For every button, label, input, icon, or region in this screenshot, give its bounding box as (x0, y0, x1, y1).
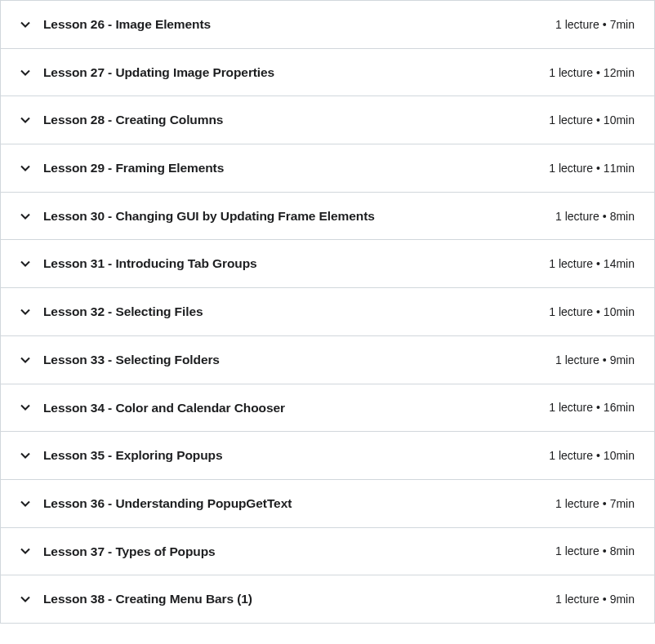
lesson-row[interactable]: Lesson 31 - Introducing Tab Groups1 lect… (0, 240, 655, 288)
lecture-count: 1 lecture (549, 305, 593, 318)
lesson-left: Lesson 31 - Introducing Tab Groups (20, 255, 536, 273)
lesson-row[interactable]: Lesson 27 - Updating Image Properties1 l… (0, 49, 655, 97)
lesson-meta: 1 lecture•12min (549, 66, 635, 79)
separator-dot: • (596, 66, 600, 79)
duration: 12min (604, 66, 635, 79)
lesson-meta: 1 lecture•16min (549, 401, 635, 414)
lesson-row[interactable]: Lesson 37 - Types of Popups1 lecture•8mi… (0, 528, 655, 576)
chevron-down-icon (20, 402, 30, 412)
lecture-count: 1 lecture (555, 497, 599, 510)
duration: 16min (604, 401, 635, 414)
lesson-row[interactable]: Lesson 36 - Understanding PopupGetText1 … (0, 480, 655, 528)
lecture-count: 1 lecture (555, 18, 599, 31)
separator-dot: • (596, 162, 600, 175)
lesson-left: Lesson 38 - Creating Menu Bars (1) (20, 590, 542, 608)
lecture-count: 1 lecture (549, 257, 593, 270)
lesson-row[interactable]: Lesson 35 - Exploring Popups1 lecture•10… (0, 432, 655, 480)
duration: 10min (604, 449, 635, 462)
lesson-meta: 1 lecture•14min (549, 257, 635, 270)
lesson-left: Lesson 36 - Understanding PopupGetText (20, 495, 542, 513)
lesson-title: Lesson 29 - Framing Elements (43, 159, 224, 177)
duration: 8min (610, 544, 635, 557)
lecture-count: 1 lecture (549, 66, 593, 79)
chevron-down-icon (20, 499, 30, 509)
lesson-left: Lesson 37 - Types of Popups (20, 543, 542, 561)
separator-dot: • (603, 210, 607, 223)
separator-dot: • (596, 401, 600, 414)
lecture-count: 1 lecture (549, 113, 593, 127)
duration: 11min (604, 162, 635, 175)
separator-dot: • (603, 593, 607, 606)
chevron-down-icon (20, 115, 30, 125)
lecture-count: 1 lecture (549, 449, 593, 462)
lesson-meta: 1 lecture•10min (549, 449, 635, 462)
separator-dot: • (603, 18, 607, 31)
chevron-down-icon (20, 594, 30, 604)
duration: 10min (604, 113, 635, 127)
lesson-row[interactable]: Lesson 28 - Creating Columns1 lecture•10… (0, 96, 655, 144)
lesson-left: Lesson 26 - Image Elements (20, 16, 542, 33)
lecture-count: 1 lecture (555, 353, 599, 366)
lecture-count: 1 lecture (555, 593, 599, 606)
separator-dot: • (603, 353, 607, 366)
duration: 14min (604, 257, 635, 270)
separator-dot: • (596, 305, 600, 318)
duration: 7min (610, 497, 635, 510)
duration: 9min (610, 353, 635, 366)
lesson-title: Lesson 38 - Creating Menu Bars (1) (43, 590, 252, 608)
duration: 8min (610, 210, 635, 223)
lesson-meta: 1 lecture•9min (555, 353, 635, 366)
lesson-meta: 1 lecture•10min (549, 305, 635, 318)
separator-dot: • (603, 544, 607, 557)
lesson-title: Lesson 31 - Introducing Tab Groups (43, 255, 257, 273)
lesson-title: Lesson 32 - Selecting Files (43, 303, 203, 321)
lesson-row[interactable]: Lesson 32 - Selecting Files1 lecture•10m… (0, 288, 655, 336)
lesson-left: Lesson 33 - Selecting Folders (20, 351, 542, 369)
lecture-count: 1 lecture (555, 210, 599, 223)
lesson-left: Lesson 35 - Exploring Popups (20, 446, 536, 464)
duration: 9min (610, 593, 635, 606)
lesson-title: Lesson 34 - Color and Calendar Chooser (43, 399, 285, 417)
lesson-row[interactable]: Lesson 34 - Color and Calendar Chooser1 … (0, 384, 655, 433)
chevron-down-icon (20, 211, 30, 221)
lesson-left: Lesson 29 - Framing Elements (20, 159, 536, 177)
chevron-down-icon (20, 20, 30, 29)
lesson-row[interactable]: Lesson 29 - Framing Elements1 lecture•11… (0, 144, 655, 193)
separator-dot: • (596, 257, 600, 270)
duration: 10min (604, 305, 635, 318)
lesson-row[interactable]: Lesson 26 - Image Elements1 lecture•7min (0, 0, 655, 49)
separator-dot: • (596, 449, 600, 462)
lesson-title: Lesson 37 - Types of Popups (43, 543, 216, 561)
lecture-count: 1 lecture (549, 401, 593, 414)
lesson-title: Lesson 30 - Changing GUI by Updating Fra… (43, 207, 375, 225)
lesson-title: Lesson 26 - Image Elements (43, 16, 211, 33)
lesson-row[interactable]: Lesson 38 - Creating Menu Bars (1)1 lect… (0, 575, 655, 624)
lesson-row[interactable]: Lesson 30 - Changing GUI by Updating Fra… (0, 193, 655, 241)
lesson-row[interactable]: Lesson 33 - Selecting Folders1 lecture•9… (0, 336, 655, 384)
lecture-count: 1 lecture (555, 544, 599, 557)
lesson-list: Lesson 26 - Image Elements1 lecture•7min… (0, 0, 655, 624)
lesson-title: Lesson 27 - Updating Image Properties (43, 64, 274, 82)
lesson-left: Lesson 32 - Selecting Files (20, 303, 536, 321)
lesson-left: Lesson 30 - Changing GUI by Updating Fra… (20, 207, 542, 225)
chevron-down-icon (20, 546, 30, 556)
separator-dot: • (603, 497, 607, 510)
lesson-title: Lesson 36 - Understanding PopupGetText (43, 495, 292, 513)
lesson-left: Lesson 28 - Creating Columns (20, 111, 536, 129)
lesson-title: Lesson 33 - Selecting Folders (43, 351, 220, 369)
lesson-meta: 1 lecture•9min (555, 593, 635, 606)
chevron-down-icon (20, 68, 30, 78)
lesson-meta: 1 lecture•7min (555, 497, 635, 510)
lesson-meta: 1 lecture•11min (549, 162, 635, 175)
duration: 7min (610, 18, 635, 31)
lesson-left: Lesson 34 - Color and Calendar Chooser (20, 399, 536, 417)
chevron-down-icon (20, 163, 30, 173)
lesson-meta: 1 lecture•10min (549, 113, 635, 127)
chevron-down-icon (20, 259, 30, 269)
separator-dot: • (596, 113, 600, 127)
chevron-down-icon (20, 451, 30, 460)
lesson-meta: 1 lecture•7min (555, 18, 635, 31)
lesson-left: Lesson 27 - Updating Image Properties (20, 64, 536, 82)
lecture-count: 1 lecture (549, 162, 593, 175)
chevron-down-icon (20, 307, 30, 317)
